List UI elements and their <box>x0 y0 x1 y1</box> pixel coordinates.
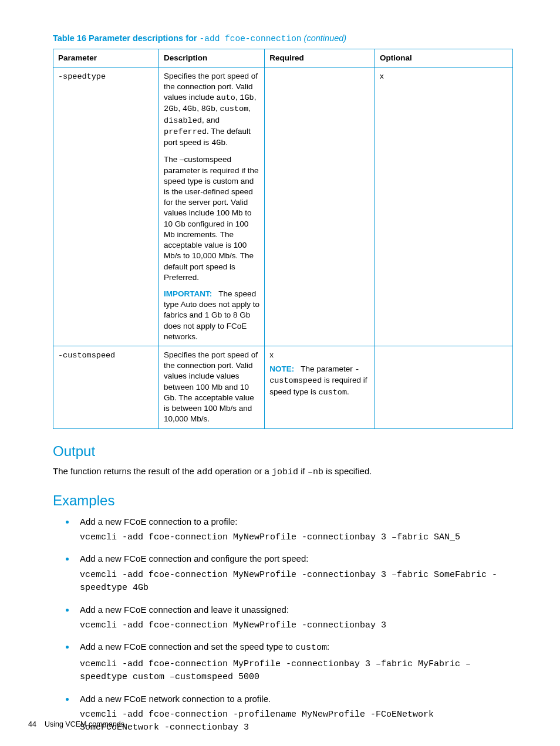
col-required: Required <box>265 49 375 67</box>
caption-suffix: (continued) <box>302 33 347 43</box>
required-cell <box>265 67 375 346</box>
caption-code: -add fcoe-connection <box>200 34 302 43</box>
footer-section: Using VCEM commands <box>45 720 124 728</box>
col-parameter: Parameter <box>53 49 159 67</box>
parameters-table: Parameter Description Required Optional … <box>53 49 513 429</box>
desc-paragraph: Specifies the port speed of the connecti… <box>159 346 265 429</box>
optional-cell: x <box>375 67 513 346</box>
examples-list: Add a new FCoE connection to a profile: … <box>53 515 513 735</box>
required-x: x <box>269 350 370 360</box>
list-item: Add a new FCoE connection and configure … <box>75 552 513 595</box>
command-text: vcemcli -add fcoe-connection MyNewProfil… <box>80 531 513 545</box>
list-item: Add a new FCoE connection to a profile: … <box>75 515 513 545</box>
optional-cell <box>375 346 513 429</box>
caption-prefix: Table 16 Parameter descriptions for <box>53 33 200 43</box>
note-label: NOTE: <box>269 364 294 373</box>
col-description: Description <box>159 49 265 67</box>
list-item: Add a new FCoE connection and set the sp… <box>75 640 513 684</box>
command-text: vcemcli -add fcoe-connection MyNewProfil… <box>80 569 513 595</box>
table-row: -speedtype Specifies the port speed of t… <box>53 67 513 346</box>
param-name: -customspeed <box>58 351 115 360</box>
table-caption: Table 16 Parameter descriptions for -add… <box>53 33 513 45</box>
command-text: vcemcli -add fcoe-connection -profilenam… <box>80 708 513 735</box>
desc-paragraph: The –customspeed parameter is required i… <box>164 154 259 283</box>
output-heading: Output <box>53 442 513 461</box>
command-text: vcemcli -add fcoe-connection MyNewProfil… <box>80 619 513 633</box>
list-item: Add a new FCoE network connection to a p… <box>75 693 513 735</box>
important-label: IMPORTANT: <box>164 289 212 298</box>
param-name: -speedtype <box>58 72 106 81</box>
table-row: -customspeed Specifies the port speed of… <box>53 346 513 429</box>
page-number: 44 <box>28 720 36 728</box>
list-item: Add a new FCoE connection and leave it u… <box>75 603 513 633</box>
required-cell: x NOTE: The parameter -customspeed is re… <box>265 346 375 429</box>
command-text: vcemcli -add fcoe-connection MyProfile -… <box>80 658 513 684</box>
desc-paragraph: Specifies the port speed of the connecti… <box>164 71 259 149</box>
important-note: IMPORTANT: The speed type Auto does not … <box>164 289 259 342</box>
col-optional: Optional <box>375 49 513 67</box>
page-footer: 44Using VCEM commands <box>28 720 124 730</box>
output-text: The function returns the result of the a… <box>53 465 513 478</box>
examples-heading: Examples <box>53 491 513 510</box>
table-header-row: Parameter Description Required Optional <box>53 49 513 67</box>
